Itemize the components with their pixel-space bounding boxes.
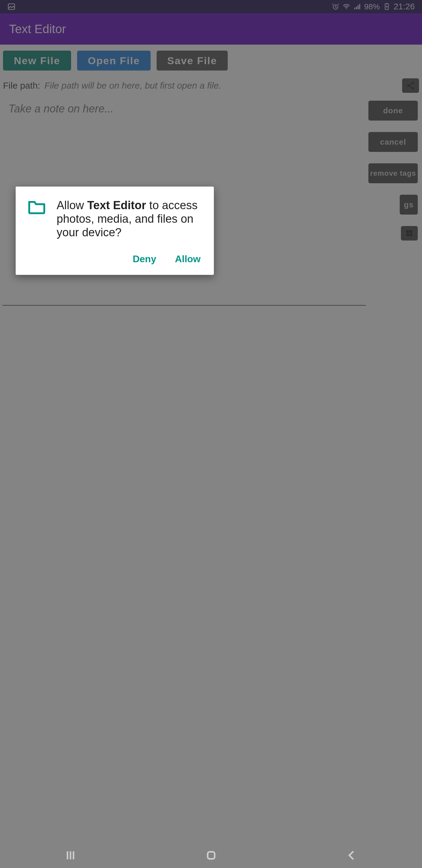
folder-icon (28, 198, 46, 216)
svg-rect-20 (207, 852, 215, 859)
permission-dialog-text: Allow Text Editor to access photos, medi… (57, 198, 202, 239)
back-nav-icon[interactable] (346, 849, 358, 861)
android-nav-bar (0, 843, 422, 868)
home-nav-icon[interactable] (205, 849, 217, 861)
allow-button[interactable]: Allow (174, 252, 202, 267)
dialog-app-name: Text Editor (87, 199, 146, 212)
dialog-text-prefix: Allow (57, 199, 87, 212)
modal-scrim[interactable] (0, 0, 422, 868)
deny-button[interactable]: Deny (131, 252, 157, 267)
recents-nav-icon[interactable] (64, 849, 76, 861)
permission-dialog: Allow Text Editor to access photos, medi… (16, 187, 214, 275)
